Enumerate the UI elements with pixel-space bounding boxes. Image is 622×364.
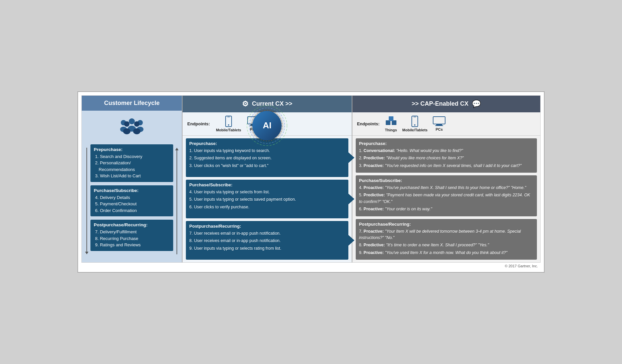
postpurchase-item-7: 7. Delivery/Fulfillment: [95, 229, 170, 235]
svg-point-11: [228, 124, 229, 126]
purchase-item-4: 4. Delivery Details: [95, 194, 170, 201]
svg-rect-24: [413, 117, 416, 117]
svg-rect-27: [435, 125, 443, 126]
cap-mobile-label: Mobile/Tablets: [402, 128, 428, 132]
current-pre-3: 3. User clicks on "wish list" or "add to…: [189, 163, 345, 169]
current-purchase: Purchase/Subscribe: 4. User inputs via t…: [186, 180, 348, 218]
svg-point-9: [133, 128, 140, 134]
purchase-title: Purchase/Subscribe:: [94, 188, 170, 193]
col-current-cx: ⚙ Current CX >> Endpoints: Mobile/Tablet…: [183, 96, 352, 262]
current-pre-2: 2. Suggested items are displayed on scre…: [189, 155, 345, 161]
postpurchase-item-9: 9. Ratings and Reviews: [95, 242, 170, 248]
purchase-item-6: 6. Order Confirmation: [95, 207, 170, 214]
current-cx-content: Prepurchase: 1. User inputs via typing k…: [183, 136, 351, 262]
current-purchase-title: Purchase/Subscribe:: [189, 182, 345, 187]
cap-post-9: 9. Proactive: "You've used Item X for a …: [359, 250, 534, 256]
copyright-text: © 2017 Gartner, Inc.: [505, 264, 538, 268]
prepurchase-item-1: 1. Search and Discovery: [95, 153, 170, 160]
cap-cx-header: >> CAP-Enabled CX 💬: [352, 96, 540, 112]
svg-rect-21: [389, 116, 393, 121]
postpurchase-title: Postpurchase/Recurring:: [94, 222, 170, 227]
arrow-pur: [348, 194, 354, 204]
current-pur-6: 6. User clicks to verify purchase.: [189, 204, 345, 210]
ai-label: AI: [252, 111, 282, 140]
svg-rect-26: [436, 124, 442, 125]
arrow-pre: [348, 152, 354, 163]
current-pur-4: 4. User inputs via typing or selects fro…: [189, 189, 345, 195]
endpoints-label: Endpoints:: [187, 121, 210, 126]
ai-circle-container: AI: [249, 107, 285, 144]
purchase-item-5: 5. Payment/Checkout: [95, 201, 170, 207]
cap-cx-title: >> CAP-Enabled CX: [412, 100, 469, 107]
things-endpoint: Things: [385, 116, 397, 132]
svg-point-7: [123, 128, 130, 134]
mobile-label: Mobile/Tablets: [216, 128, 241, 132]
svg-point-8: [134, 121, 139, 127]
current-post-8: 8. User receives email or in-app push no…: [189, 238, 345, 244]
people-icon: [117, 117, 147, 138]
cap-prepurchase: Prepurchase: 1. Conversational: "Hello. …: [356, 138, 537, 173]
cap-pc-endpoint: PCs: [433, 116, 445, 131]
svg-rect-12: [227, 117, 230, 117]
lifecycle-sections: Prepurchase: 1. Search and Discovery 2. …: [90, 144, 173, 254]
current-pur-5: 5. User inputs via typing or selects sav…: [189, 196, 345, 203]
lifecycle-right-arrow: [175, 144, 179, 254]
lifecycle-prepurchase: Prepurchase: 1. Search and Discovery 2. …: [90, 144, 173, 182]
cap-post-8: 8. Predictive: "It's time to order a new…: [359, 242, 534, 248]
things-icon: [385, 116, 397, 127]
prepurchase-item-3: 3. Wish List/Add to Cart: [95, 173, 170, 179]
cap-endpoints: Endpoints: Things: [352, 112, 540, 136]
lifecycle-arrow-decoration: [85, 148, 88, 254]
cap-postpurchase: Postpurchase/Recurring: 7. Proactive: "Y…: [356, 219, 537, 260]
lifecycle-content: Prepurchase: 1. Search and Discovery 2. …: [82, 142, 182, 262]
diagram: Customer Lifecycle: [81, 95, 541, 263]
lifecycle-icon-area: [82, 111, 182, 142]
col-lifecycle: Customer Lifecycle: [82, 96, 183, 262]
svg-rect-20: [392, 120, 396, 125]
cap-pre-2: 2. Predictive: "Would you like more choi…: [359, 155, 534, 161]
lifecycle-postpurchase: Postpurchase/Recurring: 7. Delivery/Fulf…: [90, 220, 173, 251]
current-post-7: 7. User receives email or in-app push no…: [189, 230, 345, 237]
svg-point-23: [414, 124, 415, 126]
current-cx-endpoints: Endpoints: Mobile/Tablets: [183, 112, 351, 136]
prepurchase-title: Prepurchase:: [94, 147, 170, 152]
lifecycle-header: Customer Lifecycle: [82, 96, 182, 111]
cap-pur-title: Purchase/Subscribe:: [359, 178, 534, 183]
prepurchase-item-2: 2. Personalization/ Recommendations: [95, 160, 170, 173]
svg-rect-25: [433, 117, 445, 124]
cap-mobile-icon: [411, 116, 418, 127]
postpurchase-item-8: 8. Recurring Purchase: [95, 235, 170, 242]
lifecycle-purchase: Purchase/Subscribe: 4. Delivery Details …: [90, 185, 173, 217]
cap-endpoints-label: Endpoints:: [357, 121, 380, 126]
cap-pre-3: 3. Proactive: "You've requested info on …: [359, 163, 534, 169]
cap-pc-label: PCs: [435, 127, 442, 131]
things-label: Things: [385, 128, 397, 132]
cap-pur-6: 6. Proactive: "Your order is on its way.…: [359, 206, 534, 212]
footer: © 2017 Gartner, Inc.: [81, 263, 541, 269]
main-container: Customer Lifecycle: [77, 91, 545, 273]
lifecycle-title: Customer Lifecycle: [104, 100, 160, 106]
cap-pc-icon: [433, 116, 445, 126]
mobile-endpoint: Mobile/Tablets: [216, 116, 241, 132]
cap-purchase: Purchase/Subscribe: 4. Proactive: "You'v…: [356, 175, 537, 216]
current-post-title: Postpurchase/Recurring:: [189, 224, 345, 229]
current-post-9: 9. User inputs via typing or selects rat…: [189, 245, 345, 252]
svg-point-4: [129, 118, 135, 124]
current-postpurchase: Postpurchase/Recurring: 7. User receives…: [186, 221, 348, 260]
col-cap-cx: >> CAP-Enabled CX 💬 Endpoints: Things: [352, 96, 540, 262]
svg-rect-19: [386, 120, 390, 125]
cap-mobile-endpoint: Mobile/Tablets: [402, 116, 428, 132]
cap-pur-4: 4. Proactive: "You've purchased Item X. …: [359, 185, 534, 191]
arrow-post: [348, 235, 354, 246]
cap-post-title: Postpurchase/Recurring:: [359, 222, 534, 227]
current-pre-1: 1. User inputs via typing keyword to sea…: [189, 148, 345, 154]
mobile-icon: [225, 116, 232, 127]
cap-cx-content: Prepurchase: 1. Conversational: "Hello. …: [352, 136, 540, 262]
cap-post-7: 7. Proactive: "Your Item X will be deliv…: [359, 228, 534, 241]
chat-icon: 💬: [472, 100, 481, 108]
cap-pur-5: 5. Predictive: "Payment has been made vi…: [359, 192, 534, 205]
svg-point-6: [124, 121, 129, 127]
cap-pre-1: 1. Conversational: "Hello. What would yo…: [359, 148, 534, 154]
cap-pre-title: Prepurchase:: [359, 141, 534, 146]
